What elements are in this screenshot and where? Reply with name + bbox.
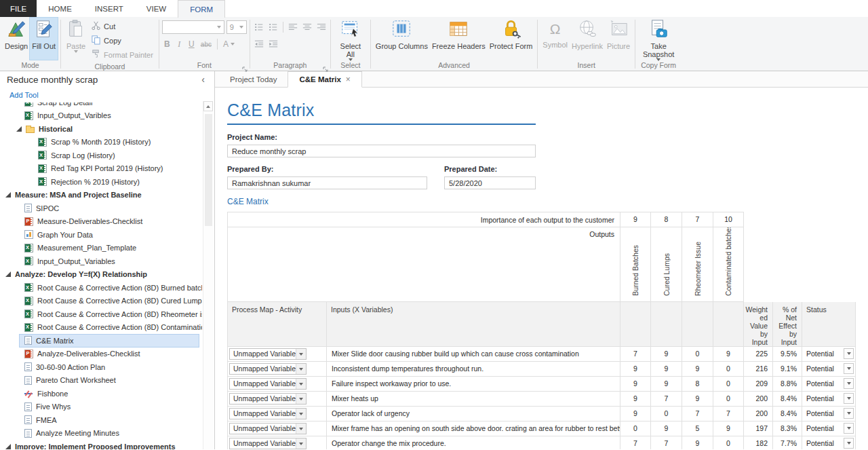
score-cell[interactable]: 9 [651,421,682,436]
score-cell[interactable]: 9 [682,436,713,449]
tree-item[interactable]: Root Cause & Corrective Action (8D) Burn… [0,281,202,295]
process-variable-dropdown[interactable]: Unmapped Variable [229,408,307,419]
project-name-field[interactable] [227,145,536,157]
align-center-icon[interactable] [301,21,313,33]
tree-item[interactable]: Analyze Meeting Minutes [0,427,202,440]
numbered-list-icon[interactable] [267,21,279,33]
font-color-button[interactable]: A [221,38,237,50]
score-cell[interactable]: 7 [682,407,713,421]
tree-item[interactable]: Red Tag KPI Portal 2019 (History) [0,162,202,176]
fill-out-button[interactable]: Fill Out [30,18,58,60]
prepared-by-field[interactable] [227,176,427,189]
score-cell[interactable]: 0 [713,377,744,392]
tree-item[interactable]: Rejection % 2019 (History) [0,175,202,189]
underline-button[interactable]: U [186,38,197,50]
score-cell[interactable]: 9 [620,362,651,377]
tree-item[interactable]: Historical [0,122,202,136]
tree-item[interactable]: Scrap Log Detail [0,102,202,109]
tab-form[interactable]: FORM [178,0,225,18]
format-painter-button[interactable]: Format Painter [88,48,156,62]
tree-item[interactable]: Measure: MSA and Project Baseline [0,189,202,202]
score-cell[interactable]: 7 [651,436,682,449]
tree-item[interactable]: Scrap % Month 2019 (History) [0,136,202,149]
score-cell[interactable]: 9 [620,377,651,392]
italic-button[interactable]: I [174,38,184,50]
score-cell[interactable]: 9 [651,377,682,392]
scrollbar-thumb[interactable] [205,114,212,226]
tree-item[interactable]: 30-60-90 Action Plan [0,360,202,374]
score-cell[interactable]: 0 [713,362,744,377]
score-cell[interactable]: 7 [713,407,744,421]
tree-item[interactable]: Input_Output_Varibles [0,109,202,123]
align-right-icon[interactable] [315,21,328,33]
strikethrough-button[interactable]: abc [199,38,214,50]
score-cell[interactable]: 0 [682,347,713,362]
doc-tab-project-today[interactable]: Project Today [219,71,288,87]
process-variable-dropdown[interactable]: Unmapped Variable [229,393,307,405]
tree-item[interactable]: Graph Your Data [0,228,202,242]
tree-item[interactable]: Five Whys [0,400,202,414]
tree-item[interactable]: Pareto Chart Worksheet [0,374,202,388]
expand-arrow-icon[interactable] [5,444,11,449]
bullet-list-icon[interactable] [253,21,265,33]
tree-item[interactable]: Root Cause & Corrective Action (8D) Cont… [0,321,202,335]
select-all-button[interactable]: Select All [334,18,368,60]
process-variable-dropdown[interactable]: Unmapped Variable [229,423,307,434]
dropdown-arrow-icon[interactable] [296,438,306,449]
expand-arrow-icon[interactable] [16,126,22,132]
tree-item[interactable]: Measure-Deliverables-Checklist [0,215,202,229]
cut-button[interactable]: Cut [88,19,156,33]
tree-item[interactable]: Scrap Log (History) [0,149,202,162]
score-cell[interactable]: 5 [682,421,713,436]
score-cell[interactable]: 9 [651,362,682,377]
expand-arrow-icon[interactable] [5,271,11,277]
take-snapshot-button[interactable]: Take Snapshot [638,18,679,60]
status-dropdown-button[interactable] [844,438,854,449]
tab-view[interactable]: VIEW [135,0,178,17]
close-tab-icon[interactable] [346,75,351,84]
status-dropdown-button[interactable] [844,423,854,434]
align-left-icon[interactable] [287,21,299,33]
doc-tab-ce-matrix[interactable]: C&E Matrix [288,71,361,88]
process-variable-dropdown[interactable]: Unmapped Variable [229,438,307,449]
paragraph-dialog-launcher-icon[interactable] [323,63,329,69]
tab-home[interactable]: HOME [37,0,83,17]
font-name-combo[interactable] [162,20,224,34]
dropdown-arrow-icon[interactable] [296,409,306,419]
add-tool-link[interactable]: Add Tool [0,89,47,100]
group-columns-button[interactable]: Group Columns [374,18,430,60]
score-cell[interactable]: 9 [651,347,682,362]
score-cell[interactable]: 0 [620,421,651,436]
tree-item[interactable]: C&E Matrix [0,334,202,348]
tab-file[interactable]: FILE [0,0,37,17]
process-variable-dropdown[interactable]: Unmapped Variable [229,363,307,375]
picture-button[interactable]: Picture [605,18,632,60]
sidebar-scrollbar[interactable] [203,101,213,449]
tree-item[interactable]: Root Cause & Corrective Action (8D) Cure… [0,295,202,308]
process-variable-dropdown[interactable]: Unmapped Variable [229,348,307,360]
score-cell[interactable]: 9 [620,407,651,421]
score-cell[interactable]: 7 [620,347,651,362]
score-cell[interactable]: 9 [682,362,713,377]
tab-insert[interactable]: INSERT [83,0,135,17]
font-dialog-launcher-icon[interactable] [242,63,248,69]
dropdown-arrow-icon[interactable] [296,394,306,404]
input-variable-cell[interactable]: Operator change the mix procedure. [327,436,620,449]
copy-button[interactable]: Copy [88,33,156,48]
score-cell[interactable]: 7 [651,392,682,407]
status-dropdown-button[interactable] [844,363,854,374]
tree-item[interactable]: Analyze-Deliverables-Checklist [0,348,202,361]
importance-value[interactable]: 7 [682,212,713,227]
tree-item[interactable]: FMEA [0,413,202,427]
score-cell[interactable]: 0 [651,407,682,421]
paste-button[interactable]: Paste [64,18,88,60]
hyperlink-button[interactable]: Hyperlink [570,18,605,60]
process-variable-dropdown[interactable]: Unmapped Variable [229,378,307,390]
score-cell[interactable]: 9 [713,347,744,362]
tree-item[interactable]: Improve: Implement Proposed Improvements [0,440,202,449]
tree-item[interactable]: Measurement_Plan_Template [0,242,202,255]
input-variable-cell[interactable]: Failure inspect workaway prior to use. [327,377,620,392]
input-variable-cell[interactable]: Mixer frame has an opening on south side… [327,421,620,436]
dropdown-arrow-icon[interactable] [296,379,306,389]
importance-value[interactable]: 9 [620,212,651,227]
